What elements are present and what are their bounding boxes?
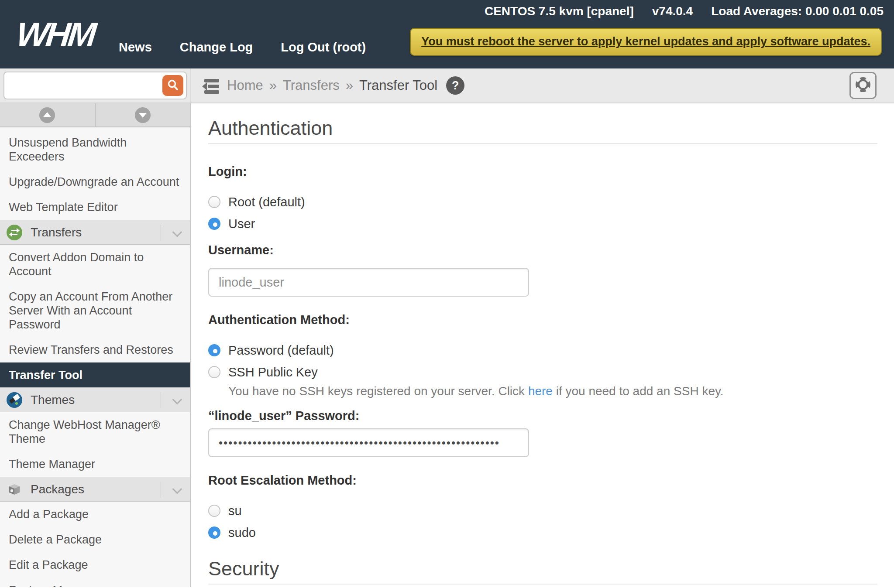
load-averages-label: Load Averages: 0.00 0.01 0.05 [711, 4, 884, 18]
sidebar-section-transfers[interactable]: Transfers [0, 220, 190, 245]
breadcrumb-separator: » [269, 78, 277, 93]
chevron-down-icon[interactable] [172, 484, 182, 494]
radio-label: Password (default) [228, 343, 334, 358]
sidebar: Unsuspend Bandwidth Exceeders Upgrade/Do… [0, 103, 191, 587]
whm-version-label: v74.0.4 [652, 4, 693, 18]
sidebar-section-label: Transfers [31, 226, 82, 239]
collapse-sidebar-icon[interactable] [197, 78, 220, 96]
whm-logo: WHM [15, 18, 96, 51]
radio-unchecked-icon[interactable] [208, 196, 220, 208]
radio-label: sudo [228, 526, 256, 540]
top-navigation: News Change Log Log Out (root) [119, 40, 366, 55]
radio-user[interactable]: User [208, 216, 877, 231]
sidebar-item-convert-addon-domain[interactable]: Convert Addon Domain to Account [0, 245, 190, 284]
main-content: Authentication Login: Root (default) Use… [191, 103, 894, 587]
security-section-title: Security [208, 558, 877, 579]
root-escalation-method-label: Root Escalation Method: [208, 473, 877, 488]
top-header-bar: CENTOS 7.5 kvm [cpanel] v74.0.4 Load Ave… [0, 0, 894, 68]
transfers-icon [6, 224, 23, 241]
ssh-key-note: You have no SSH keys registered on your … [228, 383, 877, 400]
sidebar-item-copy-account[interactable]: Copy an Account From Another Server With… [0, 284, 190, 337]
radio-root-default[interactable]: Root (default) [208, 195, 877, 209]
ssh-key-note-text: You have no SSH keys registered on your … [228, 384, 528, 398]
escalation-radio-group: su sudo [208, 503, 877, 540]
toolbar-divider [190, 68, 191, 103]
scroll-up-button[interactable] [0, 103, 96, 126]
radio-checked-icon[interactable] [208, 526, 220, 539]
radio-label: Root (default) [228, 195, 305, 209]
search-icon [166, 79, 179, 93]
scroll-down-button[interactable] [96, 103, 190, 126]
sidebar-menu: Unsuspend Bandwidth Exceeders Upgrade/Do… [0, 127, 190, 587]
breadcrumb: Home » Transfers » Transfer Tool ? [227, 68, 464, 103]
sidebar-item-change-whm-theme[interactable]: Change WebHost Manager® Theme [0, 412, 190, 451]
sidebar-item-theme-manager[interactable]: Theme Manager [0, 451, 190, 477]
radio-checked-icon[interactable] [208, 344, 220, 356]
radio-label: User [228, 217, 255, 231]
search-input[interactable] [7, 74, 160, 97]
chevron-down-icon[interactable] [172, 227, 182, 237]
nav-log-out[interactable]: Log Out (root) [281, 40, 366, 55]
arrow-down-icon [135, 107, 151, 123]
sidebar-item-feature-manager[interactable]: Feature Manager [0, 578, 190, 587]
reboot-warning-banner[interactable]: You must reboot the server to apply kern… [410, 28, 882, 56]
section-divider [161, 392, 161, 408]
radio-unchecked-icon[interactable] [208, 505, 220, 517]
help-icon[interactable]: ? [446, 76, 464, 95]
nav-news[interactable]: News [119, 40, 152, 55]
password-input[interactable] [208, 428, 529, 457]
breadcrumb-separator: » [346, 78, 353, 93]
sidebar-scroll-buttons [0, 103, 190, 127]
sidebar-item-review-transfers[interactable]: Review Transfers and Restores [0, 337, 190, 362]
breadcrumb-transfers[interactable]: Transfers [283, 78, 340, 93]
radio-label: SSH Public Key [228, 365, 318, 379]
sidebar-section-packages[interactable]: Packages [0, 477, 190, 502]
arrow-up-icon [39, 107, 55, 123]
breadcrumb-home[interactable]: Home [227, 78, 263, 93]
sidebar-section-label: Themes [31, 393, 75, 407]
authentication-method-label: Authentication Method: [208, 312, 877, 327]
radio-ssh-public-key[interactable]: SSH Public Key [208, 365, 877, 379]
themes-icon [6, 392, 23, 408]
sidebar-item-upgrade-downgrade-account[interactable]: Upgrade/Downgrade an Account [0, 169, 190, 195]
username-input[interactable] [208, 268, 529, 297]
ssh-key-here-link[interactable]: here [528, 384, 553, 398]
sidebar-item-transfer-tool-active[interactable]: Transfer Tool [0, 362, 191, 387]
ssh-key-note-text: if you need to add an SSH key. [553, 384, 724, 398]
login-radio-group: Root (default) User [208, 195, 877, 231]
section-divider [208, 584, 877, 585]
sidebar-search-box [3, 72, 187, 99]
section-divider [208, 143, 877, 144]
radio-su[interactable]: su [208, 503, 877, 518]
sidebar-item-unsuspend-bandwidth-exceeders[interactable]: Unsuspend Bandwidth Exceeders [0, 130, 190, 169]
sidebar-item-edit-a-package[interactable]: Edit a Package [0, 552, 190, 578]
nav-change-log[interactable]: Change Log [180, 40, 253, 55]
section-divider [161, 225, 161, 241]
authentication-section-title: Authentication [208, 118, 877, 139]
sidebar-item-delete-a-package[interactable]: Delete a Package [0, 527, 190, 552]
chevron-down-icon[interactable] [172, 395, 182, 405]
toolbar: Home » Transfers » Transfer Tool ? [0, 68, 894, 103]
sidebar-item-add-a-package[interactable]: Add a Package [0, 502, 190, 527]
sidebar-item-web-template-editor[interactable]: Web Template Editor [0, 195, 190, 220]
sidebar-section-label: Packages [31, 482, 84, 496]
radio-password-default[interactable]: Password (default) [208, 343, 877, 358]
radio-checked-icon[interactable] [208, 218, 220, 230]
server-status-line: CENTOS 7.5 kvm [cpanel] v74.0.4 Load Ave… [485, 4, 884, 18]
section-divider [161, 482, 161, 498]
lifesaver-icon [853, 75, 873, 96]
sidebar-section-themes[interactable]: Themes [0, 387, 190, 412]
login-label: Login: [208, 164, 877, 179]
search-button[interactable] [162, 75, 183, 96]
password-label: “linode_user” Password: [208, 408, 877, 423]
radio-sudo[interactable]: sudo [208, 525, 877, 540]
radio-unchecked-icon[interactable] [208, 366, 220, 378]
packages-icon [6, 481, 23, 498]
radio-label: su [228, 504, 242, 518]
support-button[interactable] [849, 72, 877, 99]
username-label: Username: [208, 243, 877, 257]
server-os-label: CENTOS 7.5 kvm [cpanel] [485, 4, 634, 18]
auth-method-radio-group: Password (default) SSH Public Key [208, 343, 877, 379]
breadcrumb-current-page: Transfer Tool [359, 78, 437, 93]
